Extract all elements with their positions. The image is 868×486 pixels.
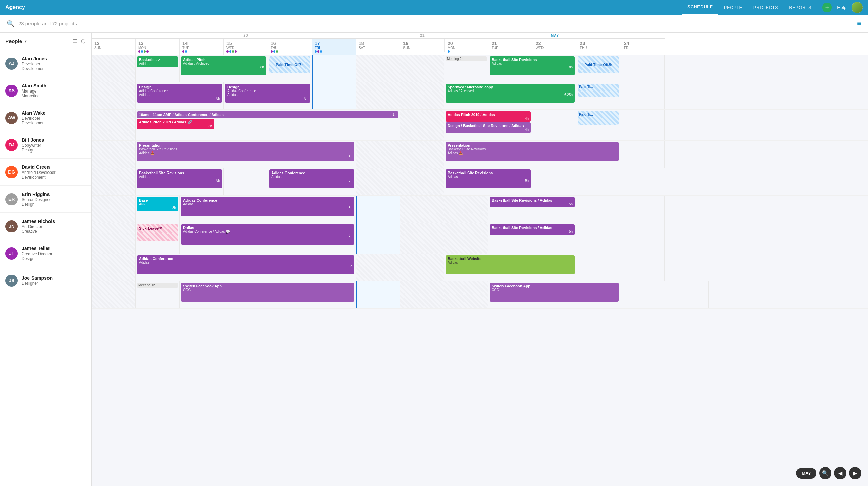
avatar: BJ (5, 139, 18, 151)
cell (444, 196, 488, 223)
cell (92, 110, 136, 140)
nav-schedule[interactable]: SCHEDULE (682, 0, 718, 15)
event-presentation-bill2[interactable]: Presentation Basketball Site Revisions A… (446, 142, 619, 161)
event-dallas-nichols[interactable]: Dallas Adidas Conference / Adidas 💬 6h (181, 224, 354, 245)
cell (92, 168, 136, 195)
event-adidas-pitch[interactable]: Adidas Pitch Adidas / Archived 8h (181, 56, 266, 75)
person-david-green[interactable]: DG David Green Android Developer Develop… (0, 159, 91, 186)
event-bsr-nichols[interactable]: Basketball Site Revisions / Adidas 5h (490, 224, 575, 235)
person-erin-riggins[interactable]: ER Erin Riggins Senior Designer Design (0, 186, 91, 213)
person-dept: Creative (22, 229, 55, 234)
cell (92, 281, 136, 308)
person-name: James Teller (22, 246, 52, 251)
people-label: People (5, 38, 22, 44)
person-dept: Design (22, 148, 44, 153)
paid-time-off-smith: Paid Ti... (578, 84, 619, 97)
cell (400, 110, 444, 140)
cell (620, 281, 709, 308)
prev-button[interactable]: ◀ (834, 467, 846, 479)
event-design-bsr[interactable]: Design / Basketball Site Revisions / Adi… (446, 122, 531, 133)
person-info: Bill Jones Copywriter Design (22, 137, 44, 153)
event-amp[interactable]: 10am – 11am AMP / Adidas Conference / Ad… (137, 111, 398, 118)
calendar-row-david-green: Basketball Site Revisions Adidas 8h Adid… (92, 168, 868, 196)
event-adidas-pitch-wake2[interactable]: Adidas Pitch 2019 / Adidas 4h (446, 111, 531, 122)
cell (620, 254, 665, 281)
person-alan-jones[interactable]: AJ Alan Jones Developer Development (0, 50, 91, 77)
nav-links: SCHEDULE PEOPLE PROJECTS REPORTS (682, 0, 817, 15)
event-presentation-bill[interactable]: Presentation Basketball Site Revisions A… (137, 142, 354, 161)
nav-projects[interactable]: PROJECTS (748, 0, 784, 15)
cell-span-nichols: Dallas Adidas Conference / Adidas 💬 6h (180, 223, 356, 254)
day-col-sat18: 18SAT (356, 39, 400, 55)
calendar-row-james-teller: Adidas Conference Adidas 8h Basketball W… (92, 254, 868, 281)
event-adidas-conf-erin[interactable]: Adidas Conference Adidas 8h (181, 197, 354, 216)
search-placeholder[interactable]: 23 people and 72 projects (18, 21, 77, 26)
list-filter-icon[interactable]: ☰ (72, 38, 77, 44)
user-avatar[interactable] (852, 2, 863, 13)
person-joe-sampson[interactable]: JS Joe Sampson Designer (0, 267, 91, 294)
avatar: AW (5, 112, 18, 124)
search-icon: 🔍 (7, 20, 14, 27)
cell (356, 168, 400, 195)
cell-span-joe: Switch Facebook App CCG (180, 281, 356, 308)
event-sportwear[interactable]: Sportwear Microsite copy Adidas / Archiv… (446, 84, 575, 103)
export-icon[interactable]: ⬡ (81, 38, 86, 44)
event-basketball-revisions[interactable]: Basketball Site Revisions Adidas 8h (490, 56, 575, 75)
event-base-anz[interactable]: Base ANZ 8h (137, 197, 178, 211)
nav-people[interactable]: PEOPLE (718, 0, 748, 15)
cell (356, 55, 400, 82)
event-bsr-erin[interactable]: Basketball Site Revisions / Adidas 5h (490, 197, 575, 207)
person-name: Bill Jones (22, 137, 44, 143)
event-switch-facebook2[interactable]: Switch Facebook App CCG (490, 283, 619, 302)
event-adidas-pitch-wake[interactable]: Adidas Pitch 2019 / Adidas 🔗 3h (137, 119, 214, 129)
meeting-event[interactable]: Meeting 2h (446, 56, 487, 61)
event-adidas-conf-teller[interactable]: Adidas Conference Adidas 8h (137, 255, 354, 274)
day-col-fri17: 17FRI (312, 39, 356, 55)
cell (92, 223, 136, 254)
cell-span-teller: Adidas Conference Adidas 8h (136, 254, 356, 281)
person-james-nichols[interactable]: JN James Nichols Art Director Creative (0, 213, 91, 240)
event-basketball-website[interactable]: Basketball Website Adidas (446, 255, 575, 274)
person-role: Copywriter (22, 143, 44, 148)
person-name: Alan Wake (22, 110, 46, 116)
bottom-navigation-bar: MAY 🔍 ◀ ▶ (796, 467, 861, 479)
cell-span-nichols2: Basketball Site Revisions / Adidas 5h (488, 223, 576, 254)
person-james-teller[interactable]: JT James Teller Creative Director Design (0, 240, 91, 267)
calendar-row-alan-wake: 10am – 11am AMP / Adidas Conference / Ad… (92, 110, 868, 141)
cell (92, 196, 136, 223)
avatar: ER (5, 193, 18, 205)
cell (576, 254, 620, 281)
nav-reports[interactable]: REPORTS (784, 0, 817, 15)
event-block[interactable]: Basketb... ✓ Adidas (137, 56, 178, 67)
cell-span-wake: 10am – 11am AMP / Adidas Conference / Ad… (136, 110, 400, 140)
cell: Basketb... ✓ Adidas (136, 55, 180, 82)
cell-span-teller2: Basketball Website Adidas (444, 254, 576, 281)
view-toggle[interactable]: ≡ (857, 20, 861, 27)
zoom-button[interactable]: 🔍 (819, 467, 831, 479)
cell-span3: Sportwear Microsite copy Adidas / Archiv… (444, 82, 576, 109)
cell-today (356, 281, 400, 308)
add-button[interactable]: + (822, 3, 832, 12)
person-alan-smith[interactable]: AS Alan Smith Manager Marketing (0, 77, 91, 104)
cell (532, 168, 620, 195)
person-dept: Design (22, 202, 51, 207)
list-view-icon[interactable]: ≡ (857, 20, 861, 27)
person-info: Alan Smith Manager Marketing (22, 83, 46, 98)
cell-nichols-sick: Sick Leave8h (136, 223, 180, 254)
help-link[interactable]: Help (837, 5, 846, 10)
event-adidas-conf-david[interactable]: Adidas Conference Adidas 8h (269, 169, 354, 188)
cell (576, 196, 665, 223)
event-bsr-david2[interactable]: Basketball Site Revisions Adidas 6h (446, 169, 531, 188)
person-bill-jones[interactable]: BJ Bill Jones Copywriter Design (0, 131, 91, 159)
chevron-down-icon[interactable]: ▾ (25, 39, 27, 44)
next-button[interactable]: ▶ (849, 467, 861, 479)
cell-span-bill: Presentation Basketball Site Revisions A… (136, 141, 356, 168)
cell (444, 223, 488, 254)
event-design-conference[interactable]: Design Adidas Conference Adidas 8h (137, 84, 222, 103)
event-design-conference2[interactable]: Design Adidas Conference Adidas 8h (225, 84, 310, 103)
event-switch-facebook[interactable]: Switch Facebook App CCG (181, 283, 354, 302)
meeting-event-joe[interactable]: Meeting 1h (137, 283, 178, 288)
cell: Paid Ti... (576, 82, 620, 109)
event-bsr-david[interactable]: Basketball Site Revisions Adidas 8h (137, 169, 222, 188)
person-alan-wake[interactable]: AW Alan Wake Developer Development (0, 104, 91, 131)
